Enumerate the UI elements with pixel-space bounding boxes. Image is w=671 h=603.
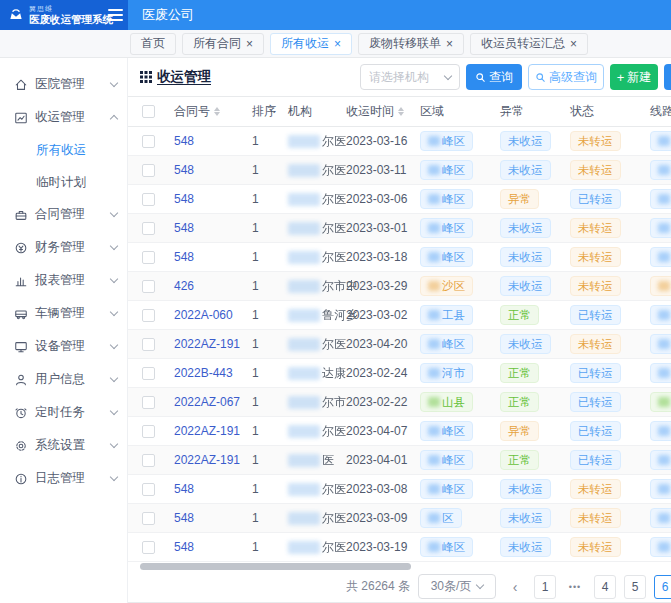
sidebar-subitem-所有收运[interactable]: 所有收运 bbox=[0, 134, 127, 166]
redacted-org-blur bbox=[288, 425, 320, 438]
row-select-cell bbox=[128, 135, 168, 148]
row-checkbox[interactable] bbox=[142, 193, 155, 206]
collect-time-cell: 2023-03-01 bbox=[340, 221, 414, 235]
row-checkbox[interactable] bbox=[142, 396, 155, 409]
sidebar-item-device[interactable]: 设备管理 bbox=[0, 330, 127, 363]
route-badge: 线 bbox=[650, 363, 671, 383]
page-button-5[interactable]: 5 bbox=[624, 575, 646, 599]
region-cell: 峰区 bbox=[414, 479, 494, 499]
contract-no-link[interactable]: 2022AZ-191 bbox=[174, 337, 240, 351]
brand-title: 医废收运管理系统 bbox=[29, 14, 108, 25]
row-checkbox[interactable] bbox=[142, 164, 155, 177]
contract-no-link[interactable]: 548 bbox=[174, 540, 194, 554]
sort-icon[interactable] bbox=[398, 107, 404, 116]
tab-所有收运[interactable]: 所有收运× bbox=[270, 33, 352, 55]
row-checkbox[interactable] bbox=[142, 222, 155, 235]
sidebar-item-log[interactable]: 日志管理 bbox=[0, 462, 127, 495]
org-partial-label: 尔医 bbox=[322, 423, 346, 440]
badge-label: 工县 bbox=[442, 308, 465, 323]
contract-no-link[interactable]: 426 bbox=[174, 279, 194, 293]
column-header-收运时间[interactable]: 收运时间 bbox=[340, 103, 414, 120]
clipped-action-button[interactable] bbox=[664, 64, 671, 90]
row-checkbox[interactable] bbox=[142, 309, 155, 322]
page-button-4[interactable]: 4 bbox=[594, 575, 616, 599]
tab-close-icon[interactable]: × bbox=[246, 38, 253, 50]
table-row: 2022AZ-1911医2023-04-01峰区正常已转运线 bbox=[128, 446, 671, 475]
route-cell: 山 bbox=[644, 305, 671, 325]
sidebar-item-user[interactable]: 用户信息 bbox=[0, 363, 127, 396]
contract-no-link[interactable]: 548 bbox=[174, 163, 194, 177]
contract-no-link[interactable]: 548 bbox=[174, 134, 194, 148]
column-header-label: 线路 bbox=[650, 103, 671, 120]
contract-no-link[interactable]: 548 bbox=[174, 221, 194, 235]
contract-no-link[interactable]: 2022AZ-191 bbox=[174, 453, 240, 467]
tab-所有合同[interactable]: 所有合同× bbox=[182, 33, 264, 55]
column-header-合同号[interactable]: 合同号 bbox=[168, 103, 246, 120]
table-row: 5481尔医2023-03-19峰区未收运未转运线 bbox=[128, 533, 671, 562]
new-button[interactable]: + 新建 bbox=[610, 64, 658, 90]
info-icon bbox=[14, 472, 28, 486]
page-button-6[interactable]: 6 bbox=[654, 575, 671, 599]
route-cell: 线 bbox=[644, 479, 671, 499]
region-cell: 区 bbox=[414, 508, 494, 528]
sidebar-subitem-临时计划[interactable]: 临时计划 bbox=[0, 166, 127, 198]
sidebar-item-task[interactable]: 定时任务 bbox=[0, 396, 127, 429]
abnormal-cell: 未收运 bbox=[494, 508, 564, 528]
tab-废物转移联单[interactable]: 废物转移联单× bbox=[358, 33, 464, 55]
tab-close-icon[interactable]: × bbox=[570, 38, 577, 50]
sidebar-item-hospital[interactable]: 医院管理 bbox=[0, 68, 127, 101]
org-partial-label: 尔医 bbox=[322, 336, 346, 353]
status-badge: 未转运 bbox=[570, 131, 621, 151]
org-cell: 尔医 bbox=[282, 191, 340, 208]
sidebar-item-settings[interactable]: 系统设置 bbox=[0, 429, 127, 462]
order-cell: 1 bbox=[246, 337, 282, 351]
sort-icon[interactable] bbox=[214, 107, 220, 116]
tab-首页[interactable]: 首页 bbox=[130, 33, 176, 55]
sidebar-item-vehicle[interactable]: 车辆管理 bbox=[0, 297, 127, 330]
org-select[interactable]: 请选择机构 bbox=[360, 64, 460, 90]
advanced-query-button[interactable]: 高级查询 bbox=[528, 64, 604, 90]
region-cell: 峰区 bbox=[414, 334, 494, 354]
row-checkbox[interactable] bbox=[142, 135, 155, 148]
row-checkbox[interactable] bbox=[142, 280, 155, 293]
row-checkbox[interactable] bbox=[142, 338, 155, 351]
sidebar-item-contract[interactable]: 合同管理 bbox=[0, 198, 127, 231]
region-badge: 峰区 bbox=[420, 160, 473, 180]
row-checkbox[interactable] bbox=[142, 425, 155, 438]
sidebar-item-finance[interactable]: 财务管理 bbox=[0, 231, 127, 264]
row-checkbox[interactable] bbox=[142, 512, 155, 525]
badge-label: 已转运 bbox=[578, 366, 613, 381]
contract-no-link[interactable]: 2022A-060 bbox=[174, 308, 233, 322]
sidebar-item-collect[interactable]: 收运管理 bbox=[0, 101, 127, 134]
contract-no-link[interactable]: 2022AZ-067 bbox=[174, 395, 240, 409]
collect-time-cell: 2023-03-19 bbox=[340, 540, 414, 554]
contract-no-link[interactable]: 2022B-443 bbox=[174, 366, 233, 380]
contract-no-link[interactable]: 548 bbox=[174, 511, 194, 525]
row-checkbox[interactable] bbox=[142, 454, 155, 467]
row-checkbox[interactable] bbox=[142, 483, 155, 496]
abnormal-badge: 未收运 bbox=[500, 160, 551, 180]
page-button-1[interactable]: 1 bbox=[534, 575, 556, 599]
advanced-query-button-label: 高级查询 bbox=[549, 69, 597, 86]
select-all-checkbox[interactable] bbox=[142, 105, 155, 118]
route-badge: 线 bbox=[650, 160, 671, 180]
order-cell: 1 bbox=[246, 482, 282, 496]
tab-收运员转运汇总[interactable]: 收运员转运汇总× bbox=[470, 33, 588, 55]
order-cell: 1 bbox=[246, 221, 282, 235]
contract-no-link[interactable]: 2022AZ-191 bbox=[174, 424, 240, 438]
horizontal-scrollbar-thumb[interactable] bbox=[140, 563, 411, 570]
contract-no-link[interactable]: 548 bbox=[174, 192, 194, 206]
row-checkbox[interactable] bbox=[142, 367, 155, 380]
row-checkbox[interactable] bbox=[142, 251, 155, 264]
contract-no-link[interactable]: 548 bbox=[174, 250, 194, 264]
contract-no-link[interactable]: 548 bbox=[174, 482, 194, 496]
tab-close-icon[interactable]: × bbox=[334, 38, 341, 50]
sidebar-item-report[interactable]: 报表管理 bbox=[0, 264, 127, 297]
status-badge: 未转运 bbox=[570, 508, 621, 528]
row-checkbox[interactable] bbox=[142, 541, 155, 554]
query-button[interactable]: 查询 bbox=[466, 64, 522, 90]
sidebar-toggle-icon[interactable] bbox=[108, 9, 123, 21]
page-size-select[interactable]: 30条/页 bbox=[418, 574, 496, 599]
prev-page-button[interactable]: ‹ bbox=[504, 575, 526, 599]
tab-close-icon[interactable]: × bbox=[446, 38, 453, 50]
